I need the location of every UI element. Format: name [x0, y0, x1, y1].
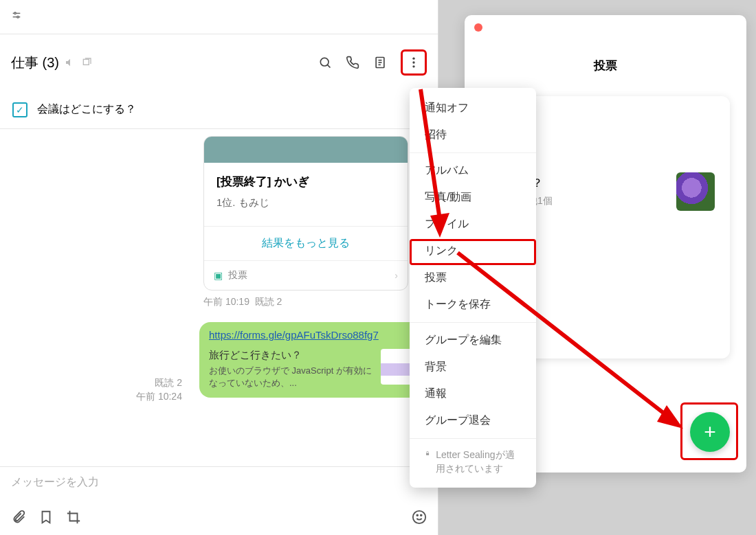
chat-body: [投票終了] かいぎ 1位. もみじ 結果をもっと見る ▣ 投票 › 午前 10… [0, 129, 438, 424]
menu-item-album[interactable]: アルバム [410, 157, 536, 184]
call-icon[interactable] [346, 56, 359, 69]
chat-title: 仕事 (3) [11, 54, 59, 72]
context-menu: 通知オフ 招待 アルバム 写真/動画 ファイル リンク 投票 トークを保存 グル… [410, 88, 536, 488]
chat-header: 仕事 (3) [0, 34, 438, 91]
message-meta-2: 既読 2午前 10:24 [136, 376, 182, 403]
menu-item-save-talk[interactable]: トークを保存 [410, 291, 536, 318]
mute-icon [65, 57, 76, 68]
poll-header-band [204, 137, 408, 163]
menu-item-report[interactable]: 通報 [410, 380, 536, 407]
chevron-right-icon: › [394, 270, 398, 281]
svg-point-11 [412, 58, 414, 60]
poll-entry-thumbnail [676, 172, 715, 211]
menu-item-links[interactable]: リンク [410, 238, 536, 264]
poll-result: 1位. もみじ [216, 196, 395, 209]
menu-item-edit-group[interactable]: グループを編集 [410, 327, 536, 354]
poll-title: [投票終了] かいぎ [216, 174, 395, 190]
poll-more-link[interactable]: 結果をもっと見る [204, 226, 408, 260]
svg-point-14 [413, 511, 425, 523]
menu-item-files[interactable]: ファイル [410, 211, 536, 238]
add-poll-button[interactable]: + [690, 412, 730, 452]
bookmark-icon[interactable] [38, 510, 54, 525]
svg-rect-17 [426, 453, 429, 455]
link-message[interactable]: https://forms.gle/gpAFuTskDrso88fg7 旅行どこ… [199, 322, 426, 398]
svg-point-1 [14, 12, 16, 14]
svg-rect-4 [83, 59, 89, 65]
menu-item-background[interactable]: 背景 [410, 354, 536, 380]
emoji-icon[interactable] [412, 510, 427, 525]
poll-footer-label: 投票 [228, 269, 247, 282]
poll-result-card[interactable]: [投票終了] かいぎ 1位. もみじ 結果をもっと見る ▣ 投票 › [203, 136, 408, 291]
poll-footer-icon: ▣ [214, 270, 223, 281]
chat-window: 仕事 (3) ✓ 会議はどこにする？ [投票終了] かいぎ 1位. もみじ 結果… [0, 0, 438, 535]
message-input[interactable]: メッセージを入力 [0, 466, 438, 499]
link-url[interactable]: https://forms.gle/gpAFuTskDrso88fg7 [199, 322, 426, 345]
crop-icon[interactable] [66, 510, 81, 525]
more-icon[interactable] [407, 56, 421, 69]
menu-item-poll[interactable]: 投票 [410, 264, 536, 291]
search-icon[interactable] [318, 56, 332, 69]
menu-item-photos[interactable]: 写真/動画 [410, 184, 536, 211]
filter-icon[interactable] [11, 10, 22, 21]
letter-sealing-note: Letter Sealingが適用されています [410, 443, 536, 481]
svg-point-13 [412, 65, 414, 67]
note-icon[interactable] [373, 56, 387, 69]
announcement-icon: ✓ [12, 102, 27, 117]
svg-point-15 [416, 514, 418, 516]
svg-point-12 [412, 61, 414, 63]
announcement-bar[interactable]: ✓ 会議はどこにする？ [0, 91, 438, 129]
menu-item-notifications-off[interactable]: 通知オフ [410, 95, 536, 122]
svg-point-16 [421, 514, 422, 516]
svg-point-5 [320, 58, 329, 66]
link-description: お使いのブラウザで JavaScript が有効になっていないため、... [209, 365, 374, 389]
svg-point-3 [17, 16, 19, 18]
more-button-highlight [401, 49, 427, 76]
menu-item-invite[interactable]: 招待 [410, 122, 536, 148]
bottom-toolbar [0, 499, 438, 535]
top-bar [0, 0, 438, 34]
message-meta: 午前 10:19 既読 2 [203, 296, 438, 308]
menu-item-leave-group[interactable]: グループ退会 [410, 407, 536, 434]
attach-icon[interactable] [11, 510, 26, 525]
lock-icon [425, 448, 430, 458]
link-title: 旅行どこ行きたい？ [209, 349, 374, 362]
poll-footer[interactable]: ▣ 投票 › [204, 260, 408, 290]
external-icon[interactable] [81, 57, 92, 68]
announcement-text: 会議はどこにする？ [37, 102, 136, 117]
poll-window-title: 投票 [465, 58, 746, 73]
svg-line-6 [327, 65, 330, 67]
close-window-dot[interactable] [474, 23, 482, 32]
